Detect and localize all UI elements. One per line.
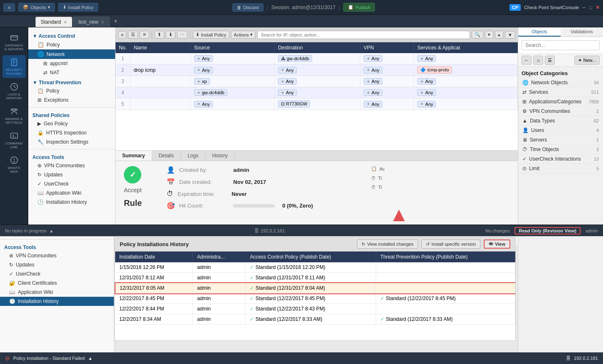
lower-table-row[interactable]: 12/31/2017 8:12 AMadmin✓ Standard (12/31… (115, 273, 515, 283)
lower-btn-group: ↻ View installed changes ↺ Install speci… (357, 239, 510, 249)
rp-category-item[interactable]: ▲ Data Types 62 (518, 116, 603, 126)
rp-list-btn[interactable]: ☰ (545, 56, 555, 65)
nav-tp-policy[interactable]: 📋 Policy (28, 86, 115, 95)
lower-table-row[interactable]: 12/2/2017 8:34 AMadmin✓ Standard (12/2/2… (115, 314, 515, 325)
lower-nav-updates[interactable]: ↻ Updates (0, 260, 114, 269)
lower-nav-usercheck[interactable]: ✓ UserCheck (0, 269, 114, 278)
rp-category-item[interactable]: ⊙ Limit 5 (518, 164, 603, 173)
nav-tp-exceptions[interactable]: ⊞ Exceptions (28, 95, 115, 105)
info-hit-count: 🎯 Hit Count: 0 (0%, Zero) (167, 202, 313, 210)
install-policy-tb-btn[interactable]: ⬇ Install Policy (193, 31, 229, 39)
sidebar-whats-new[interactable]: WHAT'SNEW (2, 153, 26, 176)
rp-category-item[interactable]: 👤 Users 4 (518, 126, 603, 135)
rp-category-item[interactable]: ✓ UserCheck Interactions 13 (518, 154, 603, 164)
nav-inspection-settings[interactable]: 🔧 Inspection Settings (28, 137, 115, 147)
lower-nav-vpn[interactable]: ⊛ VPN Communities (0, 251, 114, 260)
nav-app-wiki[interactable]: 📖 Application Wiki (28, 188, 115, 198)
cell-source: ✦ Any (191, 53, 275, 64)
nav-usercheck[interactable]: ✓ UserCheck (28, 179, 115, 188)
nav-access-control-header[interactable]: ▼ Access Control (28, 31, 115, 40)
view-installed-changes-btn[interactable]: ↻ View installed changes (357, 239, 418, 249)
table-row[interactable]: 4✦ gw-dc4ddb✦ Any✦ Any✦ Any (116, 87, 518, 98)
actions-btn[interactable]: Actions ▾ (231, 31, 256, 39)
install-policy-button[interactable]: ⬇ Install Policy (58, 3, 98, 12)
summary-tab-summary[interactable]: Summary (116, 151, 152, 161)
nav-appcntrl[interactable]: ⊞ appcntrl (28, 59, 115, 68)
sidebar-security-policies[interactable]: SECURITYPOLICIES (2, 55, 26, 78)
maximize-btn[interactable]: □ (589, 5, 592, 10)
toolbar-up-btn[interactable]: ⬆ (155, 31, 164, 39)
tab-standard[interactable]: Standard ✕ (35, 17, 72, 27)
sidebar-command[interactable]: COMMANDLINE (2, 129, 26, 151)
rp-home-btn[interactable]: ⌂ (533, 56, 543, 65)
lower-nav-app-wiki[interactable]: 📖 Application Wiki (0, 288, 114, 297)
sidebar-logs[interactable]: LOGS &MONITOR (2, 80, 26, 103)
nav-access-tools-header[interactable]: Access Tools (28, 152, 115, 161)
tab-test-new[interactable]: test_new ✕ (73, 17, 110, 27)
lower-table-row[interactable]: 12/31/2017 8:05 AMadmin✓ Standard (12/31… (115, 283, 515, 293)
discard-btn[interactable]: 🗑 Discard (232, 3, 263, 12)
toolbar-delete-btn[interactable]: ✕ (140, 31, 149, 39)
objects-button[interactable]: 📦 Objects ▾ (18, 3, 54, 12)
sidebar-gateways[interactable]: GATEWAYS& SERVERS (2, 31, 26, 54)
table-row[interactable]: 5✦ Any⊡ R7730GW✦ Any✦ Any (116, 98, 518, 110)
lower-table-row[interactable]: 1/15/2018 12:26 PMadmin✓ Standard (1/15/… (115, 262, 515, 273)
publish-btn[interactable]: 📋 Publish (343, 3, 375, 12)
summary-tab-details[interactable]: Details (152, 151, 181, 161)
toolbar-down-btn[interactable]: ⬇ (166, 31, 175, 39)
tab-test-new-close[interactable]: ✕ (101, 20, 104, 24)
menu-button[interactable]: ≡ (3, 3, 15, 12)
filter-btn[interactable]: ▼ (505, 31, 515, 39)
policy-search-input[interactable] (257, 31, 470, 39)
rp-tab-validations[interactable]: Validations (561, 27, 603, 37)
rp-category-item[interactable]: 🌐 Network Objects 34 (518, 78, 603, 88)
table-row[interactable]: 3✦ xp✦ Any✦ Any✦ Any (116, 76, 518, 87)
nav-geo-policy[interactable]: ▶ Geo Policy (28, 119, 115, 128)
nav-nat[interactable]: ⇄ NAT (28, 68, 115, 77)
nav-network[interactable]: 🌐 Network (28, 49, 115, 59)
lower-table-row[interactable]: 12/22/2017 8:44 PMadmin✓ Standard (12/22… (115, 304, 515, 314)
arrow-down-btn[interactable]: ▾ (485, 31, 493, 39)
toolbar-more-btn[interactable]: ⋯ (177, 31, 187, 39)
install-specific-version-btn[interactable]: ↺ Install specific version (421, 239, 480, 249)
rp-category-item[interactable]: ⏱ Time Objects 3 (518, 145, 603, 154)
lower-cell-date: 12/31/2017 8:12 AM (115, 273, 193, 283)
new-tab-button[interactable]: + (111, 17, 121, 25)
table-row[interactable]: 2drop icmp✦ Any✦ Any✦ Any🔷 icmp-proto (116, 64, 518, 76)
rp-tab-objects[interactable]: Objects (518, 27, 561, 37)
nav-updates[interactable]: ↻ Updates (28, 170, 115, 179)
toolbar-menu-btn[interactable]: ≡ (118, 31, 126, 39)
tab-standard-close[interactable]: ✕ (64, 20, 67, 24)
rp-back-btn[interactable]: ← (522, 56, 532, 65)
lower-table-row[interactable]: 12/22/2017 8:45 PMadmin✓ Standard (12/22… (115, 293, 515, 304)
minimize-btn[interactable]: ─ (582, 5, 586, 10)
search-btn[interactable]: 🔍 (472, 31, 483, 39)
rp-category-item[interactable]: ⚙ VPN Communities 2 (518, 107, 603, 116)
rp-category-item[interactable]: 🖥 Servers 1 (518, 135, 603, 145)
summary-tab-logs[interactable]: Logs (181, 151, 205, 161)
summary-tab-history[interactable]: History (205, 151, 234, 161)
lower-nav-client-certs[interactable]: 🔐 Client Certificates (0, 278, 114, 288)
lower-access-tools-header[interactable]: Access Tools (0, 242, 114, 251)
nav-vpn-communities[interactable]: ⊛ VPN Communities (28, 161, 115, 170)
nav-shared-policies-header[interactable]: Shared Policies (28, 110, 115, 119)
rp-category-item[interactable]: ⇄ Services 511 (518, 88, 603, 97)
view-btn[interactable]: 👁 View (484, 239, 510, 249)
cat-label: VPN Communities (529, 108, 570, 114)
lower-nav-install-history[interactable]: 🕐 Installation History (0, 297, 114, 306)
arrow-up-btn[interactable]: ▴ (495, 31, 503, 39)
nav-policy[interactable]: 📋 Policy (28, 40, 115, 49)
rp-new-btn[interactable]: ✦ New... (574, 56, 600, 65)
rp-search-input[interactable] (522, 40, 600, 50)
sidebar-manage[interactable]: MANAGE &SETTINGS (2, 104, 26, 127)
nav-installation-history[interactable]: 🕐 Installation History (28, 198, 115, 207)
right-panel: Objects Validations ← ⌂ ☰ ✦ New... Objec… (518, 27, 603, 364)
nav-https-inspection[interactable]: 🔒 HTTPS Inspection (28, 128, 115, 137)
table-row[interactable]: 1✦ Any🖧 gw-dc4ddb✦ Any✦ Any (116, 53, 518, 64)
icon-row-3: ⏱ Ti (371, 185, 385, 190)
nav-threat-prevention-header[interactable]: ▼ Threat Prevention (28, 77, 115, 86)
close-btn[interactable]: ✕ (596, 5, 600, 10)
rp-category-item[interactable]: ⊞ Applications/Categories 7858 (518, 97, 603, 107)
svg-line-8 (14, 87, 16, 88)
toolbar-list-btn[interactable]: ☰ (128, 31, 138, 39)
